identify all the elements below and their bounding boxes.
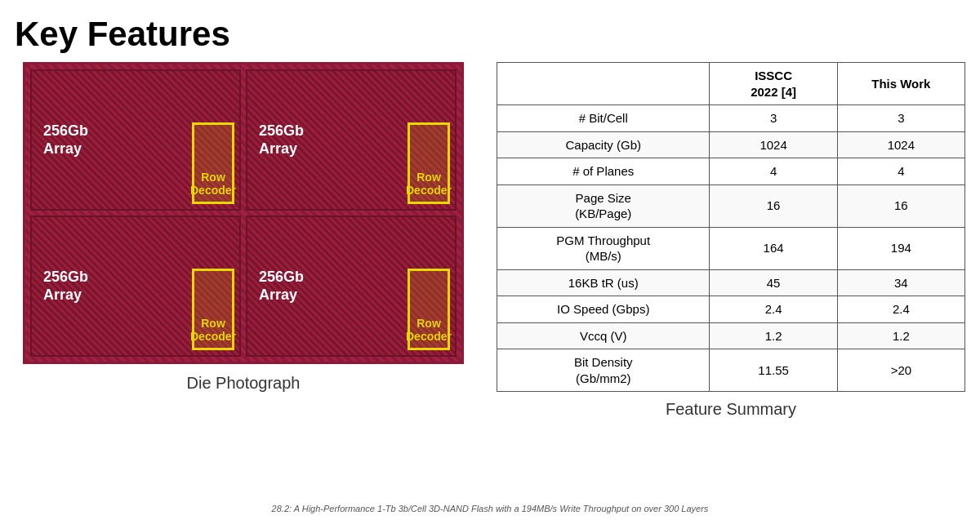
die-quadrant-3: 256Gb Array Row Decoder — [30, 216, 241, 357]
table-cell-isscc: 4 — [710, 158, 837, 185]
table-cell-label: 16KB tR (us) — [497, 269, 710, 296]
table-cell-label: Vccq (V) — [497, 322, 710, 349]
row-decoder-box-1: Row Decoder — [192, 122, 234, 204]
die-quadrant-2: 256Gb Array Row Decoder — [246, 69, 457, 211]
table-caption: Feature Summary — [666, 400, 796, 419]
row-decoder-box-4: Row Decoder — [408, 269, 450, 350]
table-cell-label: Page Size(KB/Page) — [497, 184, 710, 227]
col-header-isscc: ISSCC 2022 [4] — [710, 63, 837, 105]
row-decoder-label-1: Row Decoder — [190, 171, 236, 197]
left-section: 256Gb Array Row Decoder 256Gb Array — [15, 62, 472, 419]
table-cell-this-work: 3 — [837, 105, 964, 132]
table-cell-isscc: 11.55 — [710, 349, 837, 392]
table-row: Page Size(KB/Page)1616 — [497, 184, 965, 227]
table-cell-label: # of Planes — [497, 158, 710, 185]
row-decoder-label-2: Row Decoder — [406, 171, 452, 197]
table-cell-this-work: 2.4 — [837, 296, 964, 323]
page-title: Key Features — [0, 0, 980, 54]
array-label-3: 256Gb Array — [32, 217, 192, 355]
table-cell-isscc: 16 — [710, 184, 837, 227]
table-cell-this-work: 1.2 — [837, 322, 964, 349]
col-header-this-work: This Work — [837, 63, 964, 105]
array-label-2: 256Gb Array — [247, 71, 408, 209]
die-quadrant-4: 256Gb Array Row Decoder — [246, 216, 457, 357]
table-cell-label: # Bit/Cell — [497, 105, 710, 132]
table-cell-isscc: 45 — [710, 269, 837, 296]
row-decoder-box-2: Row Decoder — [408, 122, 450, 204]
table-cell-this-work: >20 — [837, 349, 964, 392]
table-row: # of Planes44 — [497, 158, 965, 185]
array-label-1: 256Gb Array — [32, 71, 192, 209]
table-cell-isscc: 1024 — [710, 131, 837, 158]
table-cell-this-work: 34 — [837, 269, 964, 296]
col-header-feature — [497, 63, 710, 105]
decoder-wrapper-2: Row Decoder — [408, 71, 455, 209]
table-row: Vccq (V)1.21.2 — [497, 322, 965, 349]
table-cell-isscc: 3 — [710, 105, 837, 132]
table-cell-this-work: 16 — [837, 184, 964, 227]
row-decoder-label-3: Row Decoder — [190, 317, 236, 343]
table-cell-this-work: 194 — [837, 227, 964, 269]
feature-table: ISSCC 2022 [4] This Work # Bit/Cell33Cap… — [497, 62, 965, 392]
bottom-caption: 28.2: A High-Performance 1-Tb 3b/Cell 3D… — [0, 504, 980, 513]
table-cell-label: Capacity (Gb) — [497, 131, 710, 158]
table-row: Bit Density(Gb/mm2)11.55>20 — [497, 349, 965, 392]
table-cell-isscc: 2.4 — [710, 296, 837, 323]
die-quadrant-1: 256Gb Array Row Decoder — [30, 69, 241, 211]
table-row: Capacity (Gb)10241024 — [497, 131, 965, 158]
decoder-wrapper-1: Row Decoder — [192, 71, 239, 209]
table-row: IO Speed (Gbps)2.42.4 — [497, 296, 965, 323]
array-label-4: 256Gb Array — [247, 217, 408, 355]
table-cell-isscc: 164 — [710, 227, 837, 269]
table-cell-label: IO Speed (Gbps) — [497, 296, 710, 323]
table-cell-isscc: 1.2 — [710, 322, 837, 349]
table-cell-label: PGM Throughput(MB/s) — [497, 227, 710, 269]
decoder-wrapper-3: Row Decoder — [192, 217, 239, 355]
table-row: # Bit/Cell33 — [497, 105, 965, 132]
table-cell-this-work: 4 — [837, 158, 964, 185]
right-section: ISSCC 2022 [4] This Work # Bit/Cell33Cap… — [497, 62, 965, 419]
table-row: 16KB tR (us)4534 — [497, 269, 965, 296]
row-decoder-box-3: Row Decoder — [192, 269, 234, 350]
decoder-wrapper-4: Row Decoder — [408, 217, 455, 355]
row-decoder-label-4: Row Decoder — [406, 317, 452, 343]
table-row: PGM Throughput(MB/s)164194 — [497, 227, 965, 269]
table-cell-label: Bit Density(Gb/mm2) — [497, 349, 710, 392]
die-photo-caption: Die Photograph — [187, 374, 301, 393]
table-cell-this-work: 1024 — [837, 131, 964, 158]
die-photograph: 256Gb Array Row Decoder 256Gb Array — [23, 62, 464, 364]
